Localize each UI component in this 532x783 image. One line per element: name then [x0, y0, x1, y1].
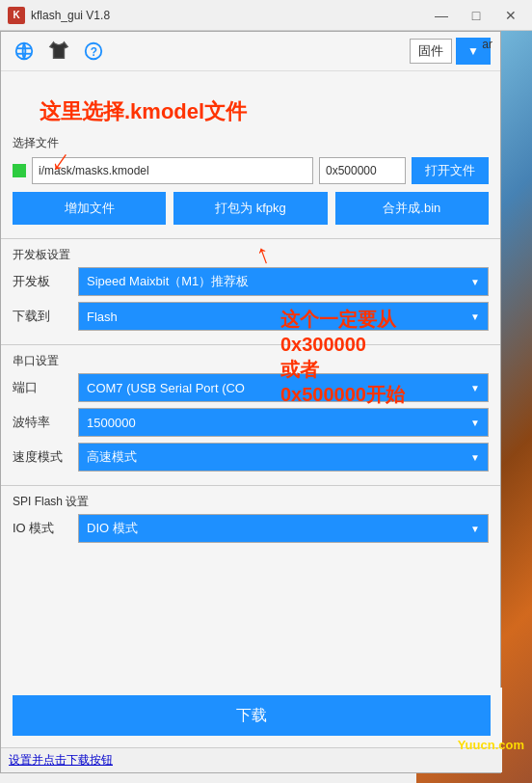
svg-text:?: ?: [91, 45, 97, 59]
toolbar-ar-label: ar: [482, 38, 492, 51]
annotation-address: 这个一定要从 0x300000 或者 0x500000开始: [280, 307, 405, 407]
port-label: 端口: [13, 379, 70, 396]
speed-mode-arrow: ▼: [470, 452, 480, 463]
status-bar: 设置并点击下载按钮: [1, 747, 502, 772]
window-controls: — □ ✕: [428, 6, 524, 25]
file-section-title: 选择文件: [13, 135, 489, 151]
divider-1: [1, 238, 500, 239]
open-file-button[interactable]: 打开文件: [412, 157, 489, 184]
close-button[interactable]: ✕: [497, 6, 524, 25]
io-mode-select[interactable]: DIO 模式 ▼: [78, 514, 489, 543]
spi-section: SPI Flash 设置 IO 模式 DIO 模式 ▼: [1, 490, 500, 553]
board-row: 开发板 Sipeed Maixbit（M1）推荐板 ▼: [13, 267, 489, 296]
firmware-select-box[interactable]: 固件: [410, 39, 452, 64]
app-icon: K: [8, 7, 25, 24]
file-section: 选择文件 打开文件 增加文件 打包为 kfpkg 合并成.bin: [1, 129, 500, 234]
bottom-bar: 下载: [1, 688, 502, 743]
baudrate-select-arrow: ▼: [470, 418, 480, 428]
board-section-title: 开发板设置: [13, 247, 489, 263]
port-select-text: COM7 (USB Serial Port (CO: [87, 381, 245, 395]
speed-mode-row: 速度模式 高速模式 ▼: [13, 443, 489, 472]
baudrate-row: 波特率 1500000 ▼: [13, 408, 489, 437]
board-select-arrow: ▼: [470, 277, 480, 287]
speed-mode-text: 高速模式: [87, 448, 137, 466]
watermark: Yuucn.com: [458, 738, 524, 752]
firmware-label: 固件: [418, 42, 443, 60]
file-row: 打开文件: [13, 157, 489, 184]
baudrate-label: 波特率: [13, 414, 70, 431]
divider-3: [1, 485, 500, 486]
file-path-input[interactable]: [32, 157, 313, 184]
download-button[interactable]: 下载: [13, 695, 491, 736]
io-mode-text: DIO 模式: [87, 520, 138, 537]
speed-mode-label: 速度模式: [13, 448, 70, 466]
baudrate-select-text: 1500000: [87, 416, 136, 430]
download-to-text: Flash: [87, 310, 118, 324]
io-mode-arrow: ▼: [470, 524, 480, 534]
title-bar: K kflash_gui V1.8 — □ ✕: [0, 0, 532, 31]
file-action-buttons: 增加文件 打包为 kfpkg 合并成.bin: [13, 192, 489, 225]
add-file-button[interactable]: 增加文件: [13, 192, 166, 225]
toolbar: ? 固件 ▼ ar: [1, 32, 500, 71]
board-section: 开发板设置 开发板 Sipeed Maixbit（M1）推荐板 ▼ 下载到 Fl…: [1, 243, 500, 340]
help-icon[interactable]: ?: [80, 38, 107, 65]
spi-section-title: SPI Flash 设置: [13, 494, 489, 510]
port-select-arrow: ▼: [470, 383, 480, 393]
speed-mode-select[interactable]: 高速模式 ▼: [78, 443, 489, 472]
main-window: ? 固件 ▼ ar 这里选择.kmodel文件 ↓ 选择文件 打开文件 增加文件: [0, 31, 501, 773]
baudrate-select[interactable]: 1500000 ▼: [78, 408, 489, 437]
board-select-text: Sipeed Maixbit（M1）推荐板: [87, 273, 249, 290]
app-title: kflash_gui V1.8: [31, 9, 428, 22]
board-label: 开发板: [13, 273, 70, 290]
minimize-button[interactable]: —: [428, 6, 455, 25]
theme-icon[interactable]: [45, 38, 72, 65]
download-to-row: 下载到 Flash ▼: [13, 302, 489, 331]
download-to-arrow: ▼: [470, 311, 480, 322]
serial-section: 串口设置 端口 COM7 (USB Serial Port (CO ▼ 波特率 …: [1, 349, 500, 481]
port-row: 端口 COM7 (USB Serial Port (CO ▼: [13, 373, 489, 402]
status-text[interactable]: 设置并点击下载按钮: [9, 752, 113, 769]
serial-section-title: 串口设置: [13, 353, 489, 369]
package-button[interactable]: 打包为 kfpkg: [173, 192, 327, 225]
file-status-indicator: [13, 164, 26, 177]
merge-button[interactable]: 合并成.bin: [335, 192, 489, 225]
language-icon[interactable]: [11, 38, 38, 65]
io-mode-label: IO 模式: [13, 520, 70, 537]
io-mode-row: IO 模式 DIO 模式 ▼: [13, 514, 489, 543]
firmware-selector[interactable]: 固件 ▼: [410, 38, 491, 65]
download-to-label: 下载到: [13, 308, 70, 325]
board-select[interactable]: Sipeed Maixbit（M1）推荐板 ▼: [78, 267, 489, 296]
maximize-button[interactable]: □: [463, 6, 490, 25]
annotation-kmodel: 这里选择.kmodel文件: [40, 97, 247, 126]
divider-2: [1, 344, 500, 345]
address-input[interactable]: [319, 157, 406, 184]
